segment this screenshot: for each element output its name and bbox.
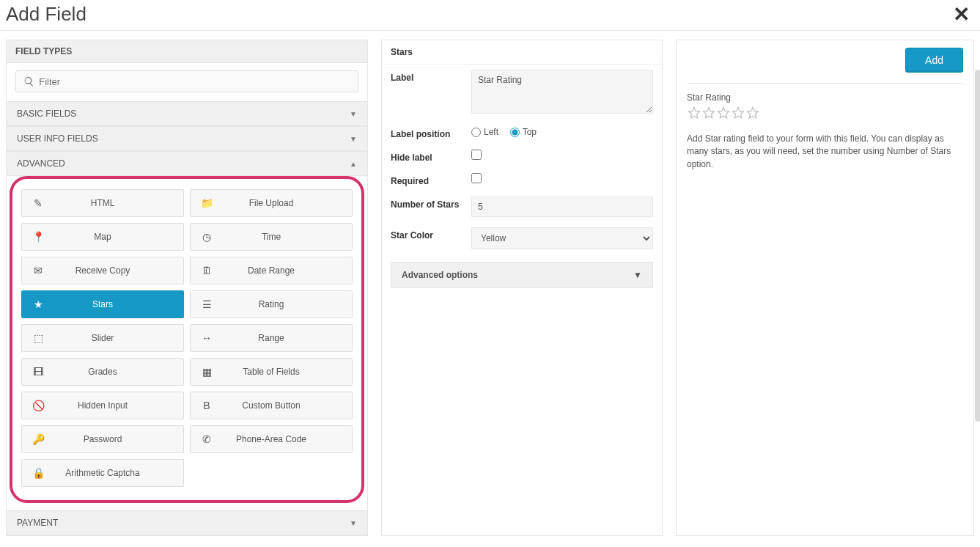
advanced-options-toggle[interactable]: Advanced options ▼ [391,262,653,288]
phone-icon: ✆ [198,433,215,445]
preview-label: Star Rating [687,92,963,103]
field-type-label: File Upload [215,198,345,208]
clock-icon: ◷ [198,231,215,243]
required-label: Required [391,173,471,186]
star-icon[interactable] [687,106,701,120]
divider [687,83,963,84]
scrollbar-thumb[interactable] [975,70,980,422]
field-type-label: Arithmetic Captcha [47,468,176,478]
field-type-label: Custom Button [215,400,345,411]
row-required: Required [382,168,662,191]
filter-wrap [7,63,367,101]
row-star-color: Star Color Yellow [382,222,662,254]
accordion-user-info-fields[interactable]: USER INFO FIELDS ▼ [7,126,367,151]
field-type-slider[interactable]: ⬚Slider [21,324,184,352]
label-position-label: Label position [391,126,471,139]
field-type-arithmetic-captcha[interactable]: 🔒Arithmetic Captcha [21,459,184,487]
row-hide-label: Hide label [382,144,662,168]
accordion-label: USER INFO FIELDS [17,133,98,144]
field-type-label: Password [47,434,176,444]
pencil-icon: ✎ [29,197,47,209]
radio-top-wrap[interactable]: Top [510,127,537,137]
close-icon[interactable]: ✕ [953,4,974,25]
field-type-label: Table of Fields [215,367,345,377]
field-type-custom-button[interactable]: BCustom Button [190,392,353,419]
bold-icon: B [198,400,215,411]
field-settings-panel: Stars Label Label position Left Top Hide… [381,40,663,536]
field-type-map[interactable]: 📍Map [21,223,184,251]
hide-label-label: Hide label [391,150,471,163]
radio-left[interactable] [471,128,481,137]
field-type-label: Date Range [215,265,345,276]
radio-top-label: Top [523,127,537,137]
accordion-label: ADVANCED [17,158,65,169]
numstars-label: Number of Stars [391,197,471,210]
preview-panel: Add Star Rating Add Star rating field to… [676,40,974,536]
field-type-stars[interactable]: ★Stars [21,290,184,318]
accordion-basic-fields[interactable]: BASIC FIELDS ▼ [7,101,367,126]
field-type-date-range[interactable]: 🗓Date Range [190,257,353,284]
settings-title: Stars [382,40,662,65]
color-label: Star Color [391,227,471,241]
field-type-time[interactable]: ◷Time [190,223,353,251]
range-icon: ↔ [198,332,215,344]
field-type-phone-area-code[interactable]: ✆Phone-Area Code [190,425,353,453]
field-type-range[interactable]: ↔Range [190,324,353,352]
star-icon: ★ [29,298,47,310]
star-icon[interactable] [731,106,745,120]
field-type-hidden-input[interactable]: 🚫Hidden Input [21,392,184,419]
hide-label-checkbox[interactable] [471,150,482,160]
chevron-down-icon: ▼ [350,519,357,527]
folder-icon: 📁 [198,197,215,209]
modal-body: FIELD TYPES BASIC FIELDS ▼ USER INFO FIE… [0,31,980,547]
field-type-table-of-fields[interactable]: ▦Table of Fields [190,358,353,386]
pin-icon: 📍 [29,231,47,243]
filter-input[interactable] [39,76,350,87]
required-checkbox[interactable] [471,173,482,183]
radio-left-wrap[interactable]: Left [471,127,498,137]
accordion-advanced[interactable]: ADVANCED ▲ [7,151,367,176]
label-input[interactable] [471,70,653,114]
field-type-grades[interactable]: 🎞Grades [21,358,184,386]
mail-icon: ✉ [29,265,47,276]
star-icon[interactable] [716,106,731,120]
modal-header: Add Field ✕ [0,0,980,31]
field-type-label: Rating [215,299,345,309]
field-type-password[interactable]: 🔑Password [21,425,184,453]
field-type-label: Map [47,232,176,242]
field-type-label: Time [215,232,345,242]
modal-title: Add Field [6,3,86,26]
field-type-html[interactable]: ✎HTML [21,189,184,217]
field-type-receive-copy[interactable]: ✉Receive Copy [21,257,184,284]
field-type-label: Receive Copy [47,265,176,276]
field-type-rating[interactable]: ☰Rating [190,290,353,318]
field-type-label: Stars [47,299,176,309]
label-label: Label [391,70,471,83]
field-types-panel: FIELD TYPES BASIC FIELDS ▼ USER INFO FIE… [6,40,368,536]
filter-input-wrap[interactable] [15,70,358,92]
accordion-label: PAYMENT [17,518,58,528]
radio-top[interactable] [510,128,520,137]
accordion-label: BASIC FIELDS [17,109,76,119]
field-type-file-upload[interactable]: 📁File Upload [190,189,353,217]
advanced-items-highlight: ✎HTML📁File Upload📍Map◷Time✉Receive Copy🗓… [10,176,364,503]
slider-icon: ⬚ [29,332,47,344]
star-icon[interactable] [701,106,716,120]
field-type-label: Range [215,333,345,343]
accordion-payment[interactable]: PAYMENT ▼ [7,510,367,535]
add-button[interactable]: Add [905,48,963,73]
numstars-input[interactable] [471,197,653,217]
calendar-icon: 🗓 [198,265,215,276]
star-color-select[interactable]: Yellow [471,227,653,249]
row-number-of-stars: Number of Stars [382,191,662,222]
film-icon: 🎞 [29,366,47,378]
search-icon [23,76,34,87]
field-type-label: Grades [47,367,176,377]
star-icon[interactable] [745,106,760,120]
panel-title: FIELD TYPES [7,40,367,63]
row-label: Label [382,65,662,121]
stars-preview[interactable] [687,106,963,122]
chevron-up-icon: ▲ [350,160,357,168]
add-field-modal: Add Field ✕ FIELD TYPES BASIC FIELDS ▼ U… [0,0,980,547]
field-type-label: Slider [47,333,176,343]
